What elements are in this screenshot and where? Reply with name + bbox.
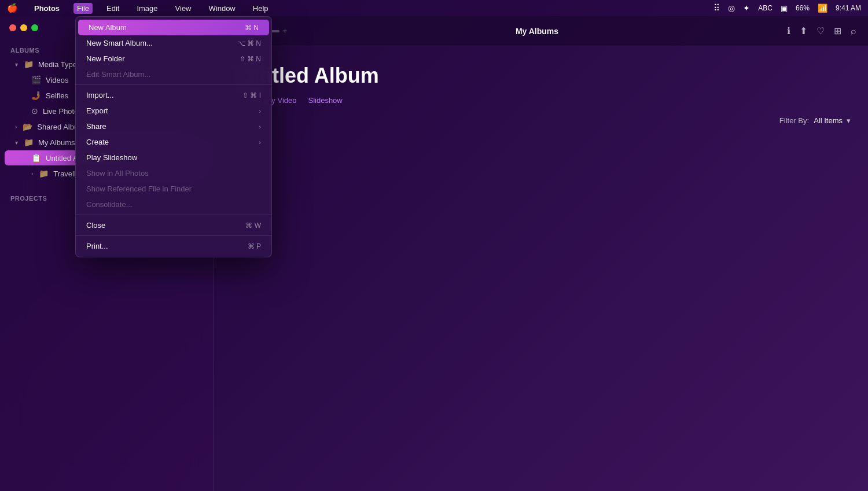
- new-smart-album-label: New Smart Album...: [86, 39, 153, 47]
- file-menu[interactable]: File: [73, 3, 93, 14]
- menu-item-export[interactable]: Export ›: [76, 103, 271, 119]
- show-in-all-photos-label: Show in All Photos: [86, 169, 149, 178]
- edit-smart-album-label: Edit Smart Album...: [86, 70, 150, 79]
- raycast-icon[interactable]: ✦: [743, 3, 750, 13]
- menu-item-play-slideshow[interactable]: Play Slideshow: [76, 150, 271, 165]
- close-label: Close: [86, 221, 105, 230]
- menu-item-new-album[interactable]: New Album ⌘ N: [78, 20, 269, 35]
- print-shortcut: ⌘ P: [248, 242, 261, 250]
- menu-item-import[interactable]: Import... ⇧ ⌘ I: [76, 87, 271, 103]
- menu-item-share[interactable]: Share ›: [76, 119, 271, 134]
- app-name[interactable]: Photos: [31, 3, 63, 14]
- show-referenced-file-label: Show Referenced File in Finder: [86, 184, 192, 193]
- battery-label: 66%: [796, 4, 810, 12]
- menu-item-create[interactable]: Create ›: [76, 134, 271, 150]
- separator-1: [76, 84, 271, 85]
- menu-item-close[interactable]: Close ⌘ W: [76, 217, 271, 233]
- export-label: Export: [86, 106, 108, 115]
- new-folder-shortcut: ⇧ ⌘ N: [240, 55, 261, 63]
- new-folder-label: New Folder: [86, 54, 124, 63]
- menu-item-consolidate: Consolidate...: [76, 197, 271, 212]
- export-arrow-icon: ›: [259, 108, 261, 115]
- menu-item-new-smart-album[interactable]: New Smart Album... ⌥ ⌘ N: [76, 35, 271, 51]
- edit-menu[interactable]: Edit: [103, 3, 123, 14]
- new-album-shortcut: ⌘ N: [245, 24, 259, 32]
- share-arrow-icon: ›: [259, 123, 261, 130]
- share-label: Share: [86, 122, 106, 131]
- window-menu[interactable]: Window: [205, 3, 239, 14]
- menubar-right: ⠿ ◎ ✦ ABC ▣ 66% 📶 9:41 AM: [713, 3, 861, 13]
- play-slideshow-label: Play Slideshow: [86, 153, 137, 162]
- import-shortcut: ⇧ ⌘ I: [242, 91, 261, 99]
- menu-item-show-referenced-file: Show Referenced File in Finder: [76, 181, 271, 197]
- consolidate-label: Consolidate...: [86, 200, 133, 209]
- focus-icon[interactable]: ◎: [728, 3, 735, 13]
- mirror-icon[interactable]: ▣: [781, 4, 788, 13]
- help-menu[interactable]: Help: [249, 3, 272, 14]
- file-dropdown-menu: New Album ⌘ N New Smart Album... ⌥ ⌘ N N…: [75, 16, 272, 257]
- menu-item-new-folder[interactable]: New Folder ⇧ ⌘ N: [76, 51, 271, 67]
- new-smart-album-shortcut: ⌥ ⌘ N: [237, 39, 261, 47]
- control-center-icon[interactable]: ⠿: [713, 3, 720, 13]
- menu-item-edit-smart-album: Edit Smart Album...: [76, 67, 271, 82]
- input-method-icon[interactable]: ABC: [758, 4, 773, 12]
- menu-item-print[interactable]: Print... ⌘ P: [76, 238, 271, 254]
- create-arrow-icon: ›: [259, 139, 261, 146]
- separator-2: [76, 215, 271, 215]
- view-menu[interactable]: View: [172, 3, 195, 14]
- print-label: Print...: [86, 242, 108, 250]
- close-shortcut: ⌘ W: [245, 221, 261, 230]
- import-label: Import...: [86, 91, 114, 99]
- menu-item-show-in-all-photos: Show in All Photos: [76, 165, 271, 181]
- menubar-left: 🍎 Photos File Edit Image View Window Hel…: [7, 3, 272, 14]
- separator-3: [76, 235, 271, 236]
- image-menu[interactable]: Image: [133, 3, 161, 14]
- menubar: 🍎 Photos File Edit Image View Window Hel…: [0, 0, 868, 16]
- wifi-icon[interactable]: 📶: [818, 3, 827, 13]
- create-label: Create: [86, 138, 109, 146]
- new-album-label: New Album: [89, 23, 127, 32]
- apple-menu[interactable]: 🍎: [7, 3, 18, 13]
- clock: 9:41 AM: [836, 4, 861, 12]
